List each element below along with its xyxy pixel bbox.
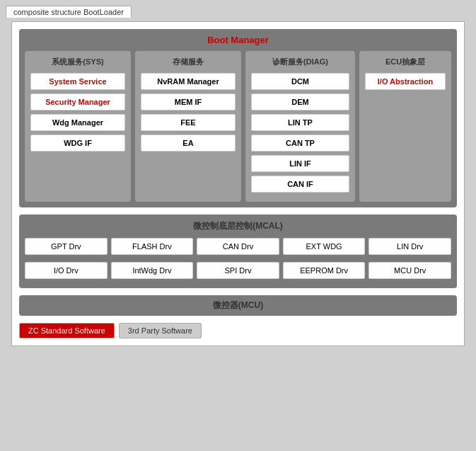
wdg-if-btn[interactable]: WDG IF — [30, 135, 125, 152]
security-manager-btn[interactable]: Security Manager — [30, 93, 125, 110]
ea-btn[interactable]: EA — [141, 135, 236, 152]
mcal-title: 微控制底层控制(MCAL) — [25, 220, 451, 232]
boot-manager-section: Boot Manager 系统服务(SYS) System Service Se… — [19, 29, 457, 207]
mcal-grid: GPT Drv FLASH Drv CAN Drv EXT WDG LIN Dr… — [25, 238, 451, 282]
boot-manager-title: Boot Manager — [25, 35, 451, 45]
io-drv-btn[interactable]: I/O Drv — [25, 262, 108, 279]
spi-drv-btn[interactable]: SPI Drv — [197, 262, 279, 279]
mcu-title: 微控器(MCU) — [23, 299, 453, 312]
main-wrapper: Boot Manager 系统服务(SYS) System Service Se… — [12, 22, 464, 346]
lin-drv-btn[interactable]: LIN Drv — [368, 238, 451, 255]
zc-standard-software-btn[interactable]: ZC Standard Software — [19, 323, 115, 338]
lin-if-btn[interactable]: LIN IF — [251, 155, 349, 172]
eeprom-drv-btn[interactable]: EEPROM Drv — [283, 262, 366, 279]
mem-if-btn[interactable]: MEM IF — [141, 93, 236, 110]
sys-service-box: 系统服务(SYS) System Service Security Manage… — [25, 51, 131, 202]
system-service-btn[interactable]: System Service — [30, 73, 125, 90]
storage-title: 存储服务 — [141, 57, 236, 67]
legend-row: ZC Standard Software 3rd Party Software — [19, 323, 457, 338]
can-if-btn[interactable]: CAN IF — [251, 176, 349, 193]
nvram-manager-btn[interactable]: NvRAM Manager — [141, 73, 236, 90]
mcal-section: 微控制底层控制(MCAL) GPT Drv FLASH Drv CAN Drv … — [19, 215, 457, 288]
can-tp-btn[interactable]: CAN TP — [251, 135, 349, 152]
storage-service-box: 存储服务 NvRAM Manager MEM IF FEE EA — [135, 51, 241, 202]
ecu-title: ECU抽象层 — [365, 57, 446, 67]
mcu-drv-btn[interactable]: MCU Drv — [368, 262, 451, 279]
can-drv-btn[interactable]: CAN Drv — [197, 238, 279, 255]
outer-container: Boot Manager 系统服务(SYS) System Service Se… — [11, 21, 465, 346]
sys-title: 系统服务(SYS) — [30, 57, 125, 67]
lin-tp-btn[interactable]: LIN TP — [251, 114, 349, 131]
ext-wdg-btn[interactable]: EXT WDG — [283, 238, 366, 255]
io-abstraction-btn[interactable]: I/O Abstraction — [365, 73, 446, 90]
dcm-btn[interactable]: DCM — [251, 73, 349, 90]
third-party-software-btn[interactable]: 3rd Party Software — [119, 323, 202, 338]
ecu-service-box: ECU抽象层 I/O Abstraction — [359, 51, 451, 202]
diag-title: 诊断服务(DIAG) — [251, 57, 349, 67]
mcu-section: 微控器(MCU) — [19, 295, 457, 316]
gpt-drv-btn[interactable]: GPT Drv — [25, 238, 108, 255]
services-row: 系统服务(SYS) System Service Security Manage… — [25, 51, 451, 202]
fee-btn[interactable]: FEE — [141, 114, 236, 131]
dem-btn[interactable]: DEM — [251, 93, 349, 110]
intwdg-drv-btn[interactable]: IntWdg Drv — [111, 262, 194, 279]
tab-label: composite structure BootLoader — [6, 6, 132, 18]
flash-drv-btn[interactable]: FLASH Drv — [111, 238, 194, 255]
diag-service-box: 诊断服务(DIAG) DCM DEM LIN TP CAN TP LIN IF … — [245, 51, 355, 202]
wdg-manager-btn[interactable]: Wdg Manager — [30, 114, 125, 131]
